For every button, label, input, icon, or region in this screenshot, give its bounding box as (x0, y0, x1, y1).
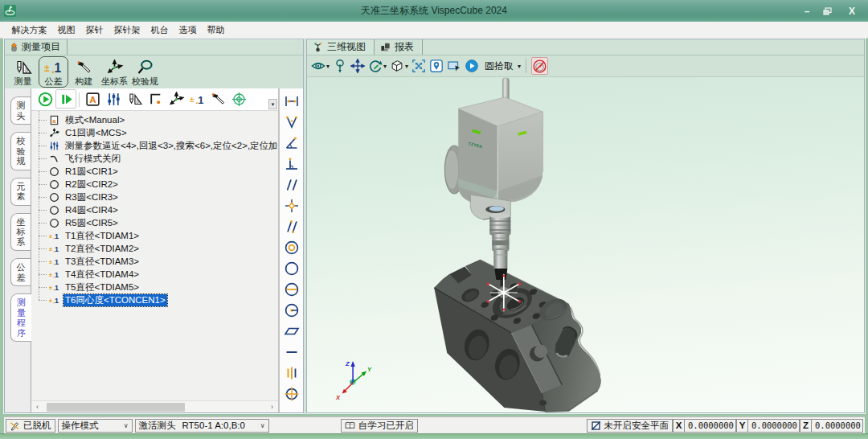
horizontal-scrollbar[interactable]: ‹ › (31, 400, 278, 412)
tree-item[interactable]: ±1 T3直径<TDIAM3> (39, 255, 278, 268)
no-rotate-toggle[interactable] (531, 57, 548, 75)
circle-pick-label[interactable]: 圆拾取 (485, 59, 514, 73)
build-icon (75, 59, 93, 76)
tolerance-tool-button[interactable] (283, 322, 301, 340)
toolbar-button[interactable]: A (82, 89, 103, 109)
ribbon-button[interactable]: 测量 (8, 56, 38, 88)
tolerance-tool-button[interactable] (283, 176, 301, 194)
side-tab[interactable]: 测量程序 (10, 293, 31, 342)
tolerance-tool-button[interactable] (283, 281, 301, 298)
toolbar-button[interactable]: ±1 (186, 89, 207, 109)
tree-item[interactable]: ±1 T4直径<TDIAM4> (39, 268, 278, 281)
menu-item[interactable]: 帮助 (202, 24, 230, 36)
viewport-tab[interactable]: 三维视图 (307, 39, 375, 55)
tree-item[interactable]: 飞行模式关闭 (39, 152, 278, 165)
side-tab[interactable]: 测头 (10, 96, 31, 125)
toolbar-button[interactable] (103, 89, 124, 109)
ribbon-button[interactable]: ±1 公差 (39, 56, 68, 88)
ribbon-button[interactable]: 校验规 (130, 56, 160, 88)
measure-project-panel: 测量项目 测量 ±1 公差 构建 坐标 (4, 39, 304, 413)
active-probe-select[interactable]: RT50-1 A:0,B:0 ∨ (179, 419, 269, 433)
view-3d-canvas[interactable]: TZTEK (307, 77, 864, 412)
tolerance-tool-button[interactable] (283, 302, 301, 319)
self-learn-button[interactable]: 自学习已开启 (341, 419, 418, 433)
scroll-right-icon[interactable]: › (266, 401, 278, 413)
scroll-left-icon[interactable]: ‹ (31, 401, 43, 413)
menu-item[interactable]: 视图 (52, 24, 80, 36)
ribbon-button[interactable]: 构建 (69, 56, 99, 88)
tree-item[interactable]: a 模式<Manual> (39, 113, 278, 126)
menu-item[interactable]: 机台 (145, 24, 174, 36)
side-tab[interactable]: 公差 (10, 258, 31, 286)
tree-item[interactable]: ±1 T2直径<TDIAM2> (39, 242, 278, 255)
svg-text:1: 1 (55, 232, 59, 240)
side-tab[interactable]: 校验规 (10, 132, 31, 170)
view-tool-button[interactable] (428, 57, 444, 75)
circle-pick-caret[interactable]: ▾ (518, 63, 521, 70)
toolbar-button[interactable] (35, 89, 55, 109)
view-tool-button[interactable]: ▾ (389, 57, 409, 75)
tolerance-icon: ±1 (48, 230, 60, 242)
menu-item[interactable]: 解决方案 (6, 24, 52, 36)
tree-item[interactable]: R1圆<CIR1> (39, 165, 278, 178)
tree-item[interactable]: R4圆<CIR4> (39, 203, 278, 216)
view-tool-button[interactable] (332, 57, 348, 75)
toolbar-button[interactable] (124, 89, 145, 109)
view-tool-button[interactable] (350, 57, 366, 75)
view-tool-button[interactable] (464, 57, 480, 75)
view-tool-button[interactable]: ▾ (310, 57, 330, 75)
toolbar-button[interactable] (55, 89, 76, 109)
tolerance-tool-button[interactable] (283, 197, 301, 215)
ribbon-toolbar: 测量 ±1 公差 构建 坐标系 校验规 (5, 55, 303, 88)
tolerance-tool-button[interactable] (283, 239, 301, 256)
workpiece[interactable] (434, 260, 600, 412)
tree-item[interactable]: R3圆<CIR3> (39, 191, 278, 203)
minimize-button[interactable]: – (800, 6, 813, 17)
gauge-icon (136, 59, 154, 76)
viewport-tab[interactable]: 报表 (375, 39, 423, 55)
toolbar-button[interactable] (166, 89, 186, 109)
tolerance-tool-button[interactable] (283, 92, 301, 110)
side-tab[interactable]: 坐标系 (10, 213, 31, 252)
ribbon-button[interactable]: 坐标系 (100, 56, 129, 88)
close-button[interactable]: X (845, 6, 858, 17)
tolerance-tool-button[interactable] (283, 343, 301, 361)
tolerance-tool-button[interactable] (283, 134, 301, 152)
tree-item[interactable]: 测量参数逼近<4>,回退<3>,搜索<6>,定位<2>,定位加<2>,测 (39, 139, 278, 152)
toolbar-button[interactable] (207, 89, 228, 109)
tolerance-icon: ±1 (48, 294, 60, 306)
toolbar-button[interactable] (228, 89, 249, 109)
menu-item[interactable]: 选项 (174, 24, 202, 36)
side-tab[interactable]: 元素 (10, 178, 31, 206)
pin-icon (429, 59, 444, 73)
tolerance-icon: ±1 (48, 256, 60, 268)
op-mode-select[interactable]: ∨ (102, 419, 133, 433)
program-tree: a 模式<Manual> C1回调<MCS> 测量参数逼近<4>,回退<3>,搜… (31, 111, 278, 400)
menu-item[interactable]: 探针架 (108, 24, 145, 36)
menu-item[interactable]: 探针 (80, 24, 108, 36)
maximize-button[interactable] (823, 7, 836, 15)
tree-item[interactable]: R2圆<CIR2> (39, 178, 278, 191)
tolerance-tool-button[interactable] (283, 385, 301, 403)
svg-text:1: 1 (198, 93, 203, 105)
view-tool-button[interactable]: ▾ (367, 57, 387, 75)
tolerance-tool-button[interactable] (283, 218, 301, 236)
tolerance-tool-button[interactable] (283, 155, 301, 173)
view-tool-button[interactable] (446, 57, 462, 75)
offline-icon (10, 421, 20, 431)
tree-item[interactable]: ±1 T1直径<TDIAM1> (39, 229, 278, 242)
tree-item[interactable]: R5圆<CIR5> (39, 216, 278, 229)
tolerance-tool-button[interactable] (283, 260, 301, 277)
scrollbar-thumb[interactable] (47, 403, 185, 412)
tree-item[interactable]: ±1 T6同心度<TCONCEN1> (39, 293, 278, 306)
tolerance-tool-button[interactable] (283, 113, 301, 131)
panel-tab-measure-project[interactable]: 测量项目 (5, 39, 68, 55)
svg-text:±: ± (49, 285, 52, 290)
toolbar-overflow-button[interactable]: ▾ (268, 99, 277, 109)
view-tool-button[interactable] (411, 57, 427, 75)
svg-text:1: 1 (55, 284, 59, 292)
toolbar-button[interactable] (145, 89, 166, 109)
tolerance-tool-button[interactable] (283, 364, 301, 382)
tree-item[interactable]: C1回调<MCS> (39, 126, 278, 139)
tree-item[interactable]: ±1 T5直径<TDIAM5> (39, 281, 278, 293)
